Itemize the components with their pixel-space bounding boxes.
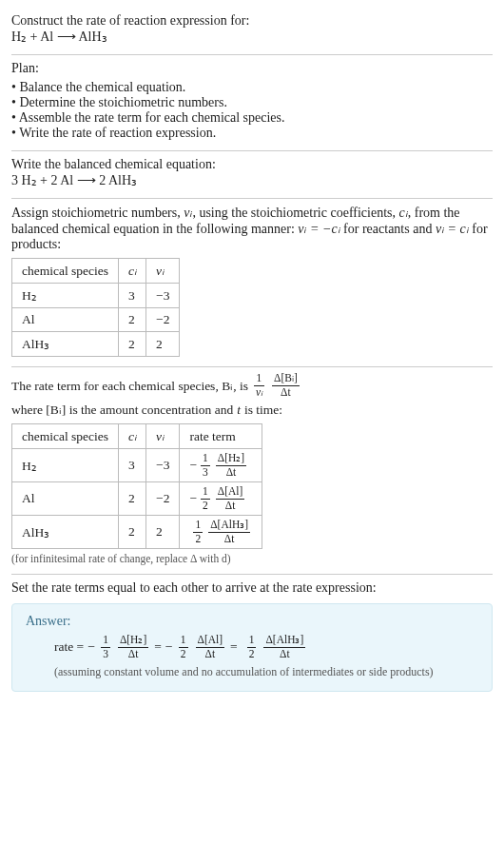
assign-section: Assign stoichiometric numbers, νᵢ, using… [11, 199, 493, 366]
species-cell: AlH₃ [12, 516, 119, 549]
c-cell: 2 [119, 482, 146, 516]
col-header: chemical species [12, 259, 119, 284]
delta-frac: Δ[Al]Δt [196, 635, 225, 659]
answer-note: (assuming constant volume and no accumul… [26, 665, 478, 679]
nu-cell: −3 [146, 284, 180, 308]
final-section: Set the rate terms equal to each other t… [11, 575, 493, 701]
table-row: AlH₃ 2 2 12 Δ[AlH₃]Δt [12, 516, 262, 549]
stoich-table: chemical species cᵢ νᵢ H₂ 3 −3 Al 2 −2 A… [11, 258, 180, 357]
sign: − [189, 491, 197, 506]
col-header: νᵢ [146, 424, 180, 449]
rate-lead: rate = [54, 639, 84, 655]
sign: − [165, 639, 173, 655]
table-row: Al 2 −2 [12, 308, 180, 332]
c-cell: 3 [119, 449, 146, 482]
prompt-section: Construct the rate of reaction expressio… [11, 8, 493, 54]
species-cell: AlH₃ [12, 332, 119, 357]
coef-frac: 13 [201, 453, 210, 478]
equals: = [230, 639, 238, 655]
dB-over-dt: Δ[Bᵢ] Δt [272, 373, 300, 398]
rateterm-intro: The rate term for each chemical species,… [11, 373, 493, 418]
plan-heading: Plan: [11, 61, 493, 76]
balanced-heading: Write the balanced chemical equation: [11, 157, 493, 172]
col-header: νᵢ [146, 259, 180, 284]
c-cell: 2 [119, 516, 146, 549]
answer-label: Answer: [26, 614, 478, 629]
one-over-nu: 1 νᵢ [254, 373, 264, 398]
coef-frac: 12 [179, 635, 188, 659]
plan-list: Balance the chemical equation. Determine… [11, 80, 493, 141]
rateterm-text: is time: [244, 403, 282, 418]
plan-item: Balance the chemical equation. [11, 80, 493, 95]
answer-expression: rate = − 13 Δ[H₂]Δt = − 12 Δ[Al]Δt = 12 … [26, 635, 478, 659]
col-header: cᵢ [119, 424, 146, 449]
rateterm-text: where [Bᵢ] is the amount concentration a… [11, 402, 233, 418]
prompt-equation: H₂ + Al ⟶ AlH₃ [11, 29, 493, 45]
rateterm-table: chemical species cᵢ νᵢ rate term H₂ 3 −3… [11, 423, 262, 549]
assign-text: , using the stoichiometric coefficients, [192, 206, 398, 220]
nu-cell: −2 [146, 482, 180, 516]
nu-cell: −2 [146, 308, 180, 332]
t-var: t [237, 403, 241, 418]
coef-frac: 12 [193, 520, 203, 544]
rateterm-section: The rate term for each chemical species,… [11, 367, 493, 574]
table-row: Al 2 −2 − 12 Δ[Al]Δt [12, 482, 262, 516]
plan-item: Assemble the rate term for each chemical… [11, 110, 493, 126]
relation: νᵢ = cᵢ [436, 222, 469, 236]
c-cell: 3 [119, 284, 146, 308]
species-cell: H₂ [12, 449, 119, 482]
answer-box: Answer: rate = − 13 Δ[H₂]Δt = − 12 Δ[Al]… [11, 603, 493, 692]
plan-item: Determine the stoichiometric numbers. [11, 95, 493, 110]
species-cell: Al [12, 482, 119, 516]
col-header: cᵢ [119, 259, 146, 284]
c-cell: 2 [119, 332, 146, 357]
nu-cell: 2 [146, 332, 180, 357]
nu-cell: −3 [146, 449, 180, 482]
col-header: rate term [180, 424, 262, 449]
rate-cell: − 12 Δ[Al]Δt [180, 482, 262, 516]
coef-frac: 12 [247, 635, 257, 659]
plan-item: Write the rate of reaction expression. [11, 126, 493, 141]
balanced-section: Write the balanced chemical equation: 3 … [11, 151, 493, 198]
rateterm-text: The rate term for each chemical species,… [11, 378, 248, 394]
c-i: cᵢ [399, 206, 408, 220]
assign-text: Assign stoichiometric numbers, [11, 206, 184, 220]
sign: − [189, 458, 197, 473]
species-cell: H₂ [12, 284, 119, 308]
prompt-line: Construct the rate of reaction expressio… [11, 13, 493, 29]
coef-frac: 12 [201, 486, 210, 511]
rate-cell: 12 Δ[AlH₃]Δt [180, 516, 262, 549]
col-header: chemical species [12, 424, 119, 449]
rate-cell: − 13 Δ[H₂]Δt [180, 449, 262, 482]
balanced-equation: 3 H₂ + 2 Al ⟶ 2 AlH₃ [11, 172, 493, 188]
species-cell: Al [12, 308, 119, 332]
final-heading: Set the rate terms equal to each other t… [11, 580, 493, 596]
c-cell: 2 [119, 308, 146, 332]
equals: = [154, 639, 162, 655]
delta-frac: Δ[H₂]Δt [118, 635, 148, 659]
delta-frac: Δ[H₂]Δt [216, 453, 246, 478]
table-row: AlH₃ 2 2 [12, 332, 180, 357]
delta-frac: Δ[Al]Δt [216, 486, 245, 511]
coef-frac: 13 [101, 635, 110, 659]
sign: − [87, 639, 95, 655]
delta-note: (for infinitesimal rate of change, repla… [11, 553, 493, 564]
delta-frac: Δ[AlH₃]Δt [208, 520, 250, 544]
nu-cell: 2 [146, 516, 180, 549]
plan-section: Plan: Balance the chemical equation. Det… [11, 55, 493, 150]
delta-frac: Δ[AlH₃]Δt [263, 635, 305, 659]
relation: νᵢ = −cᵢ [298, 222, 339, 236]
table-row: H₂ 3 −3 [12, 284, 180, 308]
table-row: H₂ 3 −3 − 13 Δ[H₂]Δt [12, 449, 262, 482]
assign-text: for reactants and [340, 222, 436, 236]
